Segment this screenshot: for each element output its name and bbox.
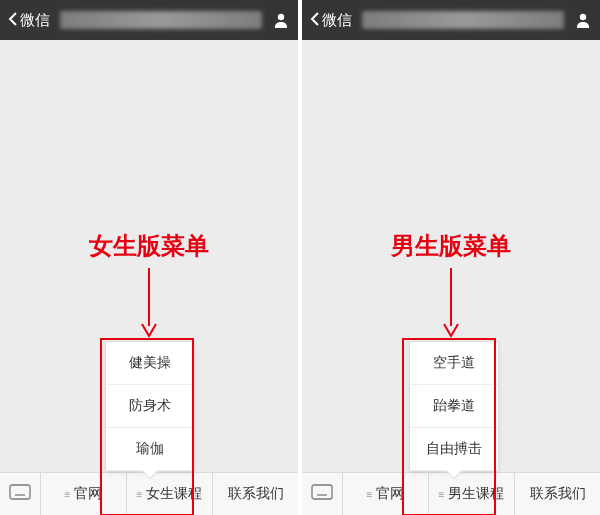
back-label: 微信	[20, 11, 50, 30]
menu-label: 官网	[74, 485, 102, 503]
phone-left: 微信 女生版菜单 健美操 防身术 瑜伽	[0, 0, 298, 515]
phone-right: 微信 男生版菜单 空手道 跆拳道 自由搏击	[302, 0, 600, 515]
footer-menu-2[interactable]: ≡ 男生课程	[429, 473, 515, 515]
submenu-popup: 健美操 防身术 瑜伽	[105, 341, 195, 472]
arrow-down-icon	[0, 268, 298, 338]
menu-label: 男生课程	[448, 485, 504, 503]
footer-menu-1[interactable]: ≡ 官网	[343, 473, 429, 515]
chevron-left-icon	[8, 11, 18, 30]
svg-rect-10	[312, 485, 332, 499]
wechat-footer: ≡ 官网 ≡ 男生课程 联系我们	[302, 472, 600, 515]
footer-menu-3[interactable]: 联系我们	[515, 473, 600, 515]
comparison-stage: 微信 女生版菜单 健美操 防身术 瑜伽	[0, 0, 600, 515]
chat-body: 女生版菜单 健美操 防身术 瑜伽	[0, 40, 298, 472]
menu-label: 女生课程	[146, 485, 202, 503]
menu-label: 官网	[376, 485, 404, 503]
footer-menus: ≡ 官网 ≡ 男生课程 联系我们	[343, 473, 600, 515]
header-title-blurred	[362, 11, 564, 29]
profile-icon[interactable]	[272, 11, 290, 29]
profile-icon[interactable]	[574, 11, 592, 29]
caption-label: 女生版菜单	[0, 230, 298, 262]
svg-point-0	[278, 14, 284, 20]
submenu-item[interactable]: 防身术	[106, 385, 194, 428]
back-button[interactable]: 微信	[8, 11, 50, 30]
chat-body: 男生版菜单 空手道 跆拳道 自由搏击	[302, 40, 600, 472]
caption-label: 男生版菜单	[302, 230, 600, 262]
back-label: 微信	[322, 11, 352, 30]
svg-rect-2	[10, 485, 30, 499]
submenu-item[interactable]: 健美操	[106, 342, 194, 385]
submenu-item[interactable]: 空手道	[410, 342, 498, 385]
menu-bars-icon: ≡	[137, 489, 143, 500]
svg-point-8	[580, 14, 586, 20]
arrow-down-icon	[302, 268, 600, 338]
keyboard-toggle[interactable]	[0, 473, 41, 515]
keyboard-icon	[311, 484, 333, 504]
keyboard-icon	[9, 484, 31, 504]
menu-label: 联系我们	[530, 485, 586, 503]
footer-menu-1[interactable]: ≡ 官网	[41, 473, 127, 515]
wechat-header: 微信	[302, 0, 600, 40]
chevron-left-icon	[310, 11, 320, 30]
footer-menus: ≡ 官网 ≡ 女生课程 联系我们	[41, 473, 298, 515]
menu-bars-icon: ≡	[439, 489, 445, 500]
submenu-item[interactable]: 跆拳道	[410, 385, 498, 428]
footer-menu-2[interactable]: ≡ 女生课程	[127, 473, 213, 515]
menu-label: 联系我们	[228, 485, 284, 503]
back-button[interactable]: 微信	[310, 11, 352, 30]
wechat-header: 微信	[0, 0, 298, 40]
header-title-blurred	[60, 11, 262, 29]
submenu-popup: 空手道 跆拳道 自由搏击	[409, 341, 499, 472]
menu-bars-icon: ≡	[367, 489, 373, 500]
footer-menu-3[interactable]: 联系我们	[213, 473, 298, 515]
menu-bars-icon: ≡	[65, 489, 71, 500]
keyboard-toggle[interactable]	[302, 473, 343, 515]
